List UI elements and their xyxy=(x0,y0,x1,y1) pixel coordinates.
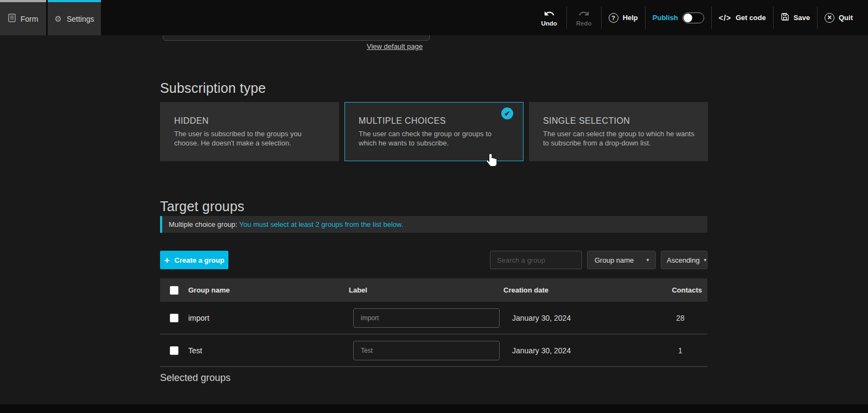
help-label: Help xyxy=(623,14,638,22)
save-label: Save xyxy=(794,14,810,22)
sort-field-value: Group name xyxy=(595,256,634,264)
cell-creation-date: January 30, 2024 xyxy=(503,314,653,322)
undo-label: Undo xyxy=(541,20,557,27)
plus-icon: + xyxy=(164,256,170,265)
selected-check-icon: ✔ xyxy=(501,107,513,119)
toolbar: Undo Redo ? Help Publish </> G xyxy=(539,0,853,35)
save-button[interactable]: Save xyxy=(781,12,810,23)
redo-button[interactable]: Redo xyxy=(574,9,594,27)
table-header: Group name Label Creation date Contacts xyxy=(160,278,707,302)
get-code-label: Get code xyxy=(736,14,766,22)
option-title: HIDDEN xyxy=(174,116,326,126)
create-group-button[interactable]: + Create a group xyxy=(160,251,228,269)
chevron-down-icon: ▼ xyxy=(703,258,707,263)
sort-field-dropdown[interactable]: Group name ▼ xyxy=(587,251,656,269)
quit-icon: ✕ xyxy=(825,13,834,23)
sort-direction-value: Ascending xyxy=(667,256,700,264)
help-button[interactable]: ? Help xyxy=(609,13,638,23)
tab-settings[interactable]: ⚙ Settings xyxy=(48,0,101,35)
bottom-strip xyxy=(0,404,868,413)
notice-message: You must select at least 2 groups from t… xyxy=(239,220,403,228)
option-hidden[interactable]: HIDDEN The user is subscribed to the gro… xyxy=(160,102,339,161)
header-group-name: Group name xyxy=(188,286,349,294)
publish-control: Publish xyxy=(653,12,704,23)
groups-table: Group name Label Creation date Contacts … xyxy=(160,278,707,367)
cell-contacts: 28 xyxy=(653,314,707,322)
option-multiple-choices[interactable]: ✔ MULTIPLE CHOICES The user can check th… xyxy=(344,102,524,161)
toggle-knob xyxy=(684,14,692,22)
tab-form[interactable]: Form xyxy=(0,0,46,35)
header-label: Label xyxy=(349,286,503,294)
code-icon: </> xyxy=(719,14,731,22)
cell-creation-date: January 30, 2024 xyxy=(503,346,653,355)
sort-direction-dropdown[interactable]: Ascending ▼ xyxy=(661,251,707,269)
form-document-icon xyxy=(8,14,16,24)
quit-button[interactable]: ✕ Quit xyxy=(825,13,853,23)
chevron-down-icon: ▼ xyxy=(646,258,650,263)
cell-group-name: import xyxy=(188,314,349,322)
header-creation-date: Creation date xyxy=(503,286,653,294)
option-description: The user can check the group or groups t… xyxy=(359,129,510,148)
toolbar-divider xyxy=(711,7,712,29)
get-code-button[interactable]: </> Get code xyxy=(719,14,766,22)
gear-icon: ⚙ xyxy=(54,14,61,24)
publish-toggle[interactable] xyxy=(682,12,704,23)
notice-prefix: Multiple choice group: xyxy=(169,220,239,228)
tab-settings-label: Settings xyxy=(67,15,94,23)
toolbar-divider xyxy=(601,7,602,29)
option-single-selection[interactable]: SINGLE SELECTION The user can select the… xyxy=(529,102,708,161)
help-icon: ? xyxy=(609,13,618,23)
undo-button[interactable]: Undo xyxy=(539,9,559,27)
cell-group-name: Test xyxy=(188,346,349,355)
toolbar-divider xyxy=(817,7,818,29)
tab-form-label: Form xyxy=(21,15,39,23)
subscription-options: HIDDEN The user is subscribed to the gro… xyxy=(160,102,708,161)
select-all-checkbox[interactable] xyxy=(170,286,178,295)
form-settings-screen: Form ⚙ Settings Undo Redo ? xyxy=(0,0,868,413)
option-description: The user can select the group to which h… xyxy=(543,129,695,148)
option-description: The user is subscribed to the groups you… xyxy=(174,129,326,148)
topbar: Form ⚙ Settings Undo Redo ? xyxy=(0,0,868,35)
search-group-input[interactable] xyxy=(490,251,582,269)
label-input[interactable] xyxy=(353,308,500,328)
create-group-label: Create a group xyxy=(175,256,225,264)
row-checkbox[interactable] xyxy=(170,314,178,322)
scrolled-field-remnant xyxy=(163,35,430,41)
undo-icon xyxy=(544,9,555,18)
view-default-page-link[interactable]: View default page xyxy=(367,42,423,50)
table-row: import January 30, 2024 28 xyxy=(160,302,707,334)
redo-icon xyxy=(578,9,590,18)
label-input[interactable] xyxy=(353,341,500,360)
redo-label: Redo xyxy=(576,20,592,27)
toolbar-divider xyxy=(566,7,567,29)
quit-label: Quit xyxy=(839,14,853,22)
option-title: MULTIPLE CHOICES xyxy=(359,116,510,126)
table-row: Test January 30, 2024 1 xyxy=(160,334,707,367)
toolbar-divider xyxy=(645,7,646,29)
selected-groups-title: Selected groups xyxy=(160,372,231,384)
header-contacts: Contacts xyxy=(653,286,707,294)
row-checkbox[interactable] xyxy=(170,346,178,355)
save-icon xyxy=(781,12,789,23)
cell-contacts: 1 xyxy=(653,346,707,355)
publish-label: Publish xyxy=(653,14,678,22)
option-title: SINGLE SELECTION xyxy=(543,116,695,126)
subscription-type-title: Subscription type xyxy=(160,80,266,96)
multiple-choice-notice: Multiple choice group: You must select a… xyxy=(160,216,707,233)
toolbar-divider xyxy=(773,7,774,29)
target-groups-title: Target groups xyxy=(160,199,244,214)
